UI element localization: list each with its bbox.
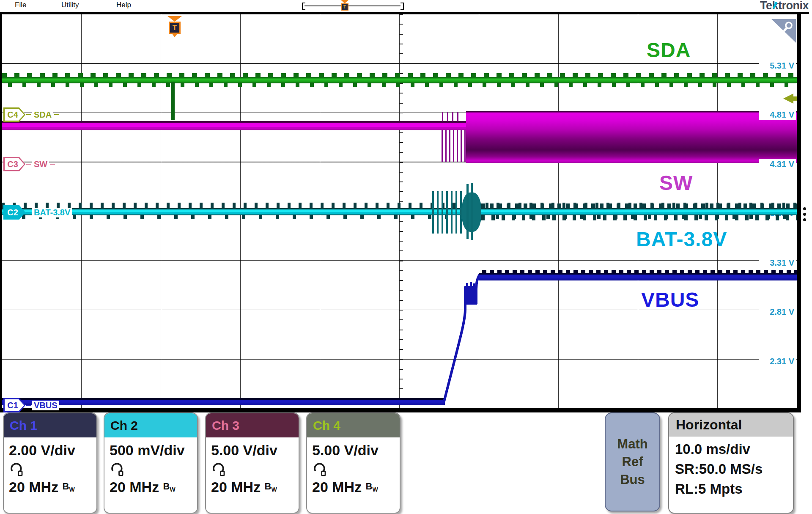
graticule-grid: 5.31 V 4.81 V 4.31 V 3.81 V 3.31 V 2.81 … (2, 14, 797, 408)
horizontal-title: Horizontal (669, 413, 793, 437)
trigger-t-icon: T (169, 22, 181, 34)
channel-badge-ch2[interactable]: Ch 2 500 mV/div 20 MHz BW (104, 412, 198, 514)
scale-label: 3.31 V (759, 258, 796, 268)
vbus-trace-baseline (2, 398, 445, 405)
c4-level-arrow-icon[interactable] (783, 93, 793, 104)
menu-bar: File Utility Help T Tektronix (0, 0, 812, 12)
trace-name-sw: SW (659, 171, 693, 195)
menu-help[interactable]: Help (116, 1, 131, 9)
horizontal-badge[interactable]: Horizontal 10.0 ms/div SR:50.0 MS/s RL:5… (668, 412, 794, 514)
sda-low-pulse (171, 82, 175, 120)
logo-k-slash: k (772, 0, 778, 12)
probe-icon (110, 462, 125, 476)
ch2-bandwidth: 20 MHz BW (110, 477, 197, 499)
probe-icon (212, 462, 226, 476)
bandwidth-limit-icon: BW (63, 481, 75, 492)
channel-badge-ch1[interactable]: Ch 1 2.00 V/div 20 MHz BW (3, 412, 97, 514)
trigger-triangle-icon (341, 0, 348, 3)
trace-name-bat: BAT-3.8V (636, 228, 727, 251)
ch4-bandwidth: 20 MHz BW (312, 477, 400, 499)
scale-label: 4.81 V (759, 110, 796, 120)
c2-badge: C2 (3, 205, 25, 220)
ch4-scale: 5.00 V/div (312, 441, 400, 459)
bandwidth-limit-icon: BW (366, 481, 378, 492)
bandwidth-limit-icon: BW (163, 481, 176, 492)
oscilloscope-screen: File Utility Help T Tektronix (0, 0, 812, 514)
channel-badge-ch4[interactable]: Ch 4 5.00 V/div 20 MHz BW (306, 412, 401, 514)
channel-marker-c4[interactable]: C4 SDA (3, 107, 60, 122)
status-bar: Ch 1 2.00 V/div 20 MHz BW Ch 2 500 mV/di… (0, 412, 812, 514)
trigger-t-icon: T (341, 3, 348, 11)
sw-trace-baseline (2, 121, 467, 130)
c4-badge: C4 (3, 107, 25, 122)
sw-switching-band (466, 111, 797, 163)
record-length: RL:5 Mpts (675, 479, 793, 499)
c2-label: BAT-3.8V (32, 208, 72, 217)
ch3-header: Ch 3 (206, 413, 299, 437)
trace-name-sda: SDA (647, 38, 691, 62)
scale-label: 4.31 V (759, 159, 796, 170)
record-view-bar (304, 5, 401, 6)
menu-file[interactable]: File (15, 1, 26, 9)
scale-label: 2.81 V (759, 307, 796, 317)
ch4-header: Ch 4 (307, 413, 400, 437)
scale-label: 5.31 V (759, 60, 796, 71)
ch3-bandwidth: 20 MHz BW (211, 477, 299, 499)
record-view-left-bracket (302, 3, 305, 10)
plot-border-segment (801, 12, 809, 14)
channel-marker-c1[interactable]: C1 VBUS (3, 398, 59, 412)
bat-trace-noise-top-right (481, 203, 797, 208)
vbus-trace-top (479, 273, 797, 280)
waveform-display: 5.31 V 4.81 V 4.31 V 3.81 V 3.31 V 2.81 … (0, 12, 801, 412)
menu-utility[interactable]: Utility (61, 1, 79, 9)
channel-marker-c2[interactable]: C2 BAT-3.8V (3, 205, 72, 220)
channel-badge-ch3[interactable]: Ch 3 5.00 V/div 20 MHz BW (205, 412, 299, 514)
sample-rate: SR:50.0 MS/s (675, 459, 793, 479)
ch2-header: Ch 2 (104, 413, 197, 437)
record-view-right-bracket (401, 3, 404, 10)
probe-icon (10, 462, 24, 476)
channel-marker-c3[interactable]: C3 SW (3, 157, 56, 171)
ch3-scale: 5.00 V/div (211, 441, 299, 459)
ch1-header: Ch 1 (4, 413, 96, 437)
c4-label: SDA (32, 110, 53, 120)
sw-switching-pulses (442, 130, 468, 162)
ch2-scale: 500 mV/div (110, 441, 197, 459)
center-horizontal-axis-ticks (2, 209, 797, 213)
ch1-scale: 2.00 V/div (9, 441, 96, 459)
c1-label: VBUS (32, 401, 59, 410)
c3-badge: C3 (3, 157, 25, 171)
tektronix-logo: Tektronix (760, 0, 809, 12)
math-ref-bus-button[interactable]: Math Ref Bus (605, 412, 660, 511)
probe-icon (313, 462, 327, 476)
record-trigger-position-icon[interactable]: T (341, 0, 348, 11)
c3-label: SW (32, 159, 49, 169)
horizontal-scale: 10.0 ms/div (675, 439, 793, 459)
ch1-bandwidth: 20 MHz BW (9, 477, 96, 499)
bat-trace-noise-bottom-right (481, 215, 797, 220)
bandwidth-limit-icon: BW (265, 481, 277, 492)
trigger-arrow-icon (172, 34, 177, 37)
side-handle-dots[interactable] (803, 207, 807, 224)
scale-label: 2.31 V (759, 356, 796, 367)
trigger-position-marker[interactable]: T (167, 16, 182, 37)
scale-label: 3.81 V (759, 208, 796, 219)
c1-badge: C1 (3, 398, 25, 412)
trace-name-vbus: VBUS (641, 288, 699, 311)
vbus-trace-top-noise (482, 270, 797, 273)
sw-switching-pulses-upper (442, 112, 460, 121)
trigger-triangle-icon (167, 16, 182, 22)
